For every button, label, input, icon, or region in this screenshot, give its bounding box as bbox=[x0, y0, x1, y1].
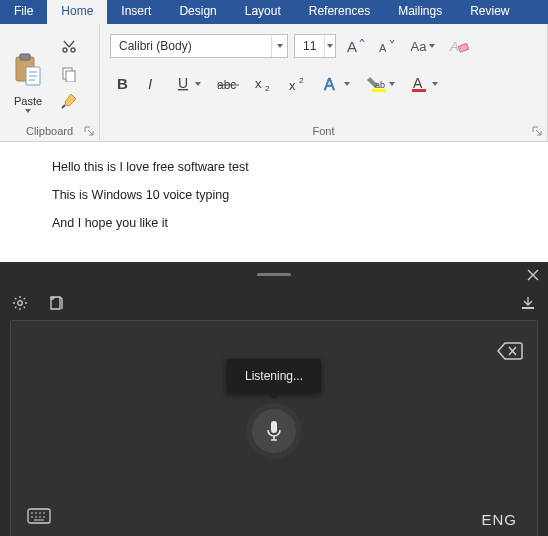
change-case-button[interactable]: Aa bbox=[406, 34, 440, 58]
paste-button[interactable]: Paste bbox=[6, 30, 50, 118]
italic-icon: I bbox=[146, 76, 160, 92]
touch-keyboard-topbar bbox=[0, 286, 548, 320]
highlight-button[interactable]: ab bbox=[366, 72, 395, 96]
settings-button[interactable] bbox=[10, 293, 30, 313]
clear-formatting-button[interactable]: A bbox=[446, 34, 472, 58]
tab-design[interactable]: Design bbox=[165, 0, 230, 24]
font-color-button[interactable]: A bbox=[411, 72, 438, 96]
cut-button[interactable] bbox=[58, 36, 80, 58]
svg-text:I: I bbox=[148, 76, 152, 92]
clipboard-dialog-launcher[interactable] bbox=[83, 125, 95, 137]
ribbon-tabs: File Home Insert Design Layout Reference… bbox=[0, 0, 548, 24]
bold-button[interactable]: B bbox=[116, 72, 130, 96]
keyboard-icon bbox=[27, 508, 51, 524]
underline-icon: U bbox=[176, 76, 192, 92]
chevron-down-icon bbox=[389, 82, 395, 86]
backspace-button[interactable] bbox=[497, 341, 523, 365]
font-color-icon: A bbox=[411, 75, 429, 93]
svg-text:x: x bbox=[255, 76, 262, 91]
svg-text:A: A bbox=[449, 39, 459, 54]
group-clipboard: Paste Clipboard bbox=[0, 24, 100, 141]
svg-text:B: B bbox=[117, 76, 128, 92]
svg-text:A: A bbox=[324, 76, 335, 93]
underline-button[interactable]: U bbox=[176, 72, 201, 96]
font-family-combo[interactable]: Calibri (Body) bbox=[110, 34, 288, 58]
language-button[interactable]: ENG bbox=[481, 511, 517, 528]
tab-review[interactable]: Review bbox=[456, 0, 523, 24]
bold-icon: B bbox=[116, 76, 130, 92]
note-icon bbox=[49, 295, 64, 311]
tab-insert[interactable]: Insert bbox=[107, 0, 165, 24]
ribbon: Paste Clipboard Calibri (Bo bbox=[0, 24, 548, 142]
clipboard-button[interactable] bbox=[46, 293, 66, 313]
grow-font-button[interactable]: A bbox=[342, 34, 368, 58]
tab-home[interactable]: Home bbox=[47, 0, 107, 24]
text-effects-button[interactable]: A bbox=[323, 72, 350, 96]
tab-references[interactable]: References bbox=[295, 0, 384, 24]
chevron-down-icon bbox=[432, 82, 438, 86]
font-size-combo[interactable]: 11 bbox=[294, 34, 336, 58]
clipboard-paste-icon bbox=[14, 53, 42, 91]
tab-mailings[interactable]: Mailings bbox=[384, 0, 456, 24]
document-body[interactable]: Hello this is I love free software test … bbox=[0, 142, 548, 262]
doc-line: And I hope you like it bbox=[52, 216, 536, 230]
font-family-value: Calibri (Body) bbox=[111, 39, 271, 53]
scissors-icon bbox=[61, 39, 77, 55]
change-case-icon: Aa bbox=[411, 39, 427, 54]
svg-text:A: A bbox=[413, 75, 423, 91]
highlighter-icon: ab bbox=[366, 75, 386, 93]
paste-label: Paste bbox=[14, 95, 42, 107]
font-size-value: 11 bbox=[295, 39, 324, 53]
shrink-font-button[interactable]: A bbox=[374, 34, 400, 58]
font-dialog-launcher[interactable] bbox=[531, 125, 543, 137]
chevron-down-icon[interactable] bbox=[324, 35, 335, 57]
microphone-icon bbox=[265, 420, 283, 442]
superscript-button[interactable]: x2 bbox=[289, 72, 307, 96]
gear-icon bbox=[12, 295, 28, 311]
dictation-status-text: Listening... bbox=[245, 369, 303, 383]
text-effects-icon: A bbox=[323, 75, 341, 93]
paintbrush-icon bbox=[60, 92, 78, 110]
svg-rect-25 bbox=[412, 89, 426, 92]
svg-text:A: A bbox=[379, 42, 387, 54]
dictation-status-tooltip: Listening... bbox=[227, 359, 321, 393]
doc-line: Hello this is I love free software test bbox=[52, 160, 536, 174]
dock-icon bbox=[520, 295, 536, 311]
touch-keyboard: Listening... ENG bbox=[0, 262, 548, 536]
svg-point-26 bbox=[18, 301, 23, 306]
chevron-down-icon bbox=[429, 44, 435, 48]
backspace-icon bbox=[497, 341, 523, 361]
subscript-button[interactable]: x2 bbox=[255, 72, 273, 96]
svg-rect-1 bbox=[20, 54, 30, 60]
microphone-button[interactable] bbox=[252, 409, 296, 453]
svg-text:A: A bbox=[347, 38, 357, 55]
svg-text:ab: ab bbox=[375, 80, 385, 90]
svg-text:U: U bbox=[178, 76, 188, 91]
tab-file[interactable]: File bbox=[0, 0, 47, 24]
format-painter-button[interactable] bbox=[58, 90, 80, 112]
svg-rect-23 bbox=[372, 89, 386, 92]
strikethrough-button[interactable]: abc bbox=[217, 72, 239, 96]
svg-rect-11 bbox=[458, 43, 469, 52]
touch-keyboard-drag-handle[interactable] bbox=[0, 262, 548, 286]
superscript-icon: x2 bbox=[289, 76, 307, 92]
shrink-font-icon: A bbox=[377, 37, 397, 55]
close-button[interactable] bbox=[524, 266, 542, 284]
grip-icon bbox=[257, 273, 291, 276]
chevron-down-icon[interactable] bbox=[271, 35, 287, 57]
strikethrough-icon: abc bbox=[217, 76, 239, 92]
svg-rect-7 bbox=[66, 71, 75, 82]
chevron-down-icon bbox=[195, 82, 201, 86]
dock-button[interactable] bbox=[518, 293, 538, 313]
doc-line: This is Windows 10 voice typing bbox=[52, 188, 536, 202]
close-icon bbox=[527, 269, 539, 281]
dialog-launcher-icon bbox=[532, 126, 542, 136]
keyboard-layout-button[interactable] bbox=[27, 508, 51, 528]
italic-button[interactable]: I bbox=[146, 72, 160, 96]
copy-icon bbox=[61, 66, 77, 82]
copy-button[interactable] bbox=[58, 63, 80, 85]
subscript-icon: x2 bbox=[255, 76, 273, 92]
tab-layout[interactable]: Layout bbox=[231, 0, 295, 24]
group-font: Calibri (Body) 11 A A Aa A B I bbox=[100, 24, 548, 141]
eraser-icon: A bbox=[449, 37, 469, 55]
